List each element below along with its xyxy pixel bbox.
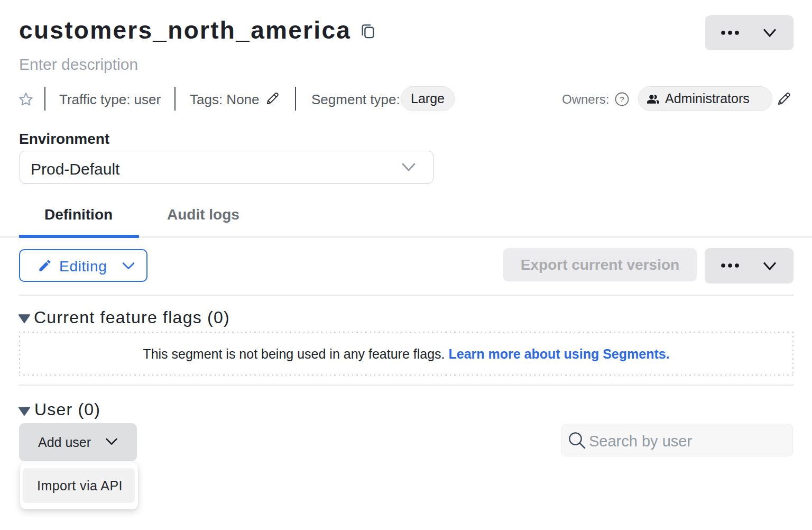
svg-text:?: ? (620, 95, 624, 104)
